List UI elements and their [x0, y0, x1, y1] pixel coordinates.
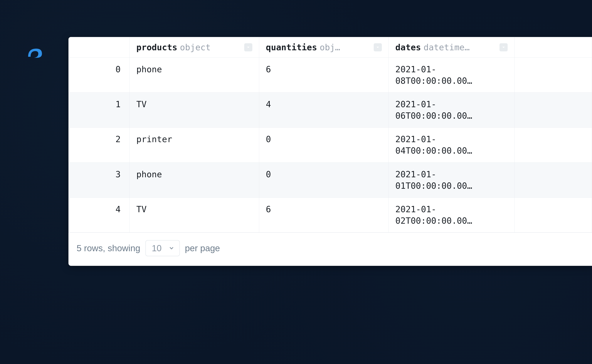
app-logo	[24, 43, 44, 63]
data-table-panel: products object quantities obj…	[68, 37, 592, 266]
table-row: 3 phone 0 2021-01-01T00:00:00.00…	[69, 162, 592, 197]
column-header-products[interactable]: products object	[130, 37, 259, 58]
row-index: 4	[69, 197, 130, 232]
page-size-select[interactable]: 10	[145, 240, 180, 256]
cell-quantities[interactable]: 0	[259, 128, 389, 162]
cell-spacer	[514, 93, 592, 128]
chevron-down-icon	[168, 245, 175, 251]
row-index: 1	[69, 93, 130, 128]
page-size-value: 10	[152, 243, 162, 253]
column-menu-icon[interactable]	[244, 43, 252, 51]
column-name: products	[136, 42, 178, 52]
table-row: 0 phone 6 2021-01-08T00:00:00.00…	[69, 58, 592, 93]
column-type: obj…	[320, 42, 340, 52]
column-header-spacer	[514, 37, 592, 58]
cell-quantities[interactable]: 6	[259, 58, 389, 93]
column-menu-icon[interactable]	[500, 43, 508, 51]
cell-quantities[interactable]: 6	[259, 197, 389, 232]
cell-quantities[interactable]: 0	[259, 162, 389, 197]
data-table: products object quantities obj…	[68, 37, 592, 233]
row-index: 2	[69, 128, 130, 162]
cell-quantities[interactable]: 4	[259, 93, 389, 128]
per-page-label: per page	[185, 243, 220, 253]
cell-spacer	[514, 58, 592, 93]
cell-spacer	[514, 128, 592, 162]
table-footer: 5 rows, showing 10 per page	[68, 233, 592, 266]
column-name: dates	[395, 42, 421, 52]
cell-products[interactable]: printer	[130, 128, 259, 162]
column-type: datetime…	[423, 42, 470, 52]
cell-dates[interactable]: 2021-01-02T00:00:00.00…	[389, 197, 514, 232]
column-header-quantities[interactable]: quantities obj…	[259, 37, 389, 58]
cell-products[interactable]: phone	[130, 58, 259, 93]
column-header-dates[interactable]: dates datetime…	[389, 37, 514, 58]
table-header-row: products object quantities obj…	[69, 37, 592, 58]
row-count-label: 5 rows, showing	[77, 243, 140, 253]
cell-products[interactable]: TV	[130, 93, 259, 128]
cell-dates[interactable]: 2021-01-08T00:00:00.00…	[389, 58, 514, 93]
cell-dates[interactable]: 2021-01-04T00:00:00.00…	[389, 128, 514, 162]
cell-dates[interactable]: 2021-01-01T00:00:00.00…	[389, 162, 514, 197]
cell-dates[interactable]: 2021-01-06T00:00:00.00…	[389, 93, 514, 128]
column-menu-icon[interactable]	[374, 43, 382, 51]
table-row: 2 printer 0 2021-01-04T00:00:00.00…	[69, 128, 592, 162]
column-name: quantities	[266, 42, 317, 52]
row-index: 3	[69, 162, 130, 197]
cell-products[interactable]: phone	[130, 162, 259, 197]
cell-spacer	[514, 162, 592, 197]
row-index: 0	[69, 58, 130, 93]
table-row: 1 TV 4 2021-01-06T00:00:00.00…	[69, 93, 592, 128]
cell-products[interactable]: TV	[130, 197, 259, 232]
index-column-header	[69, 37, 130, 58]
table-row: 4 TV 6 2021-01-02T00:00:00.00…	[69, 197, 592, 232]
cell-spacer	[514, 197, 592, 232]
column-type: object	[180, 42, 211, 52]
